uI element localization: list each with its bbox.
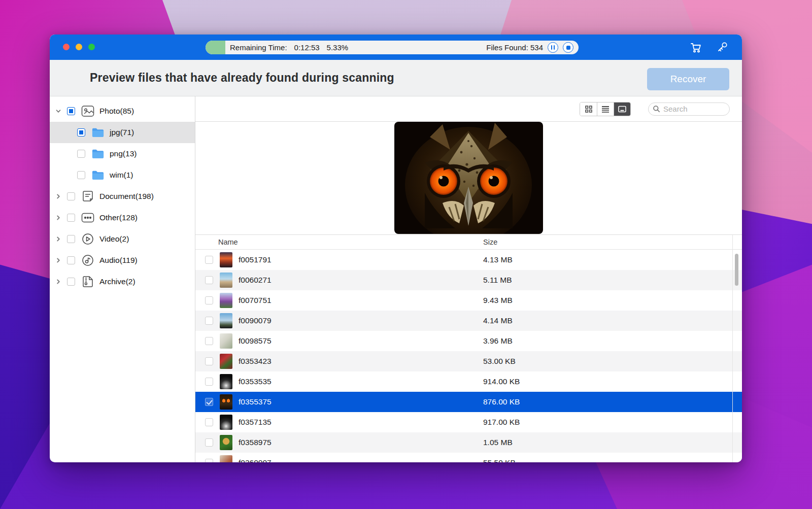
row-checkbox[interactable]	[205, 418, 213, 426]
tree-checkbox[interactable]	[67, 107, 75, 115]
tree-checkbox[interactable]	[67, 192, 75, 200]
file-size: 55.50 KB	[483, 458, 516, 462]
file-type-tree: Photo(85)jpg(71)png(13)wim(1)Document(19…	[50, 96, 195, 462]
preview-view-button[interactable]	[614, 103, 630, 116]
table-row[interactable]: f00900794.14 MB	[195, 311, 742, 331]
table-row[interactable]: f00707519.43 MB	[195, 290, 742, 311]
file-name: f0353535	[239, 377, 272, 386]
column-header-size[interactable]: Size	[483, 238, 497, 246]
file-name: f0098575	[239, 336, 272, 346]
row-checkbox[interactable]	[205, 317, 213, 325]
row-checkbox[interactable]	[205, 438, 213, 447]
sidebar-item-label: Other(128)	[99, 213, 138, 222]
table-row[interactable]: f00602715.11 MB	[195, 270, 742, 290]
tree-checkbox[interactable]	[77, 128, 85, 137]
file-size: 4.14 MB	[483, 316, 513, 325]
folder-icon	[91, 148, 105, 159]
tree-checkbox[interactable]	[67, 256, 75, 264]
sidebar-item-label: wim(1)	[110, 171, 133, 180]
key-icon[interactable]	[716, 41, 729, 54]
search-field[interactable]	[648, 103, 730, 116]
row-checkbox[interactable]	[205, 337, 213, 345]
minimize-window-button[interactable]	[76, 44, 82, 50]
plant-photo-thumbnail	[220, 455, 232, 462]
remaining-time-label: Remaining Time:	[230, 43, 287, 52]
file-name: f0357135	[239, 418, 272, 427]
cart-icon[interactable]	[689, 41, 702, 54]
tree-checkbox[interactable]	[67, 278, 75, 286]
file-size: 9.43 MB	[483, 296, 513, 305]
row-checkbox[interactable]	[205, 398, 213, 406]
titlebar-actions	[689, 41, 729, 54]
selected-photo-preview	[394, 122, 543, 234]
table-row[interactable]: f0353535914.00 KB	[195, 371, 742, 392]
sidebar-item-png[interactable]: png(13)	[50, 143, 195, 164]
sidebar-item-jpg[interactable]: jpg(71)	[50, 122, 195, 143]
column-header-name[interactable]: Name	[218, 238, 238, 246]
chevron-right-icon[interactable]	[55, 193, 62, 200]
tree-checkbox[interactable]	[67, 235, 75, 243]
row-checkbox[interactable]	[205, 256, 213, 264]
scan-progress-bar: Remaining Time: 0:12:53 5.33% Files Foun…	[206, 41, 579, 54]
row-checkbox[interactable]	[205, 357, 213, 365]
list-view-button[interactable]	[597, 103, 614, 116]
file-name: f0051791	[239, 255, 272, 264]
row-checkbox[interactable]	[205, 276, 213, 284]
close-window-button[interactable]	[63, 44, 70, 50]
chevron-right-icon[interactable]	[55, 214, 62, 221]
main-pane: Name Size f00517914.13 MBf00602715.11 MB…	[195, 96, 742, 462]
titlebar: Remaining Time: 0:12:53 5.33% Files Foun…	[50, 35, 742, 60]
photo-icon	[81, 105, 94, 117]
remaining-time-value: 0:12:53	[294, 43, 320, 52]
table-row[interactable]: f00985753.96 MB	[195, 331, 742, 351]
scrollbar-thumb[interactable]	[735, 254, 738, 286]
file-name: f0360007	[239, 458, 272, 462]
audio-icon	[81, 254, 94, 266]
table-row[interactable]: f00517914.13 MB	[195, 250, 742, 270]
stop-scan-button[interactable]	[563, 42, 573, 53]
table-row[interactable]: f0357135917.00 KB	[195, 412, 742, 432]
progress-right-group: Files Found: 534	[486, 42, 579, 53]
zoom-window-button[interactable]	[88, 44, 95, 50]
tree-checkbox[interactable]	[67, 214, 75, 222]
row-checkbox[interactable]	[205, 378, 213, 386]
tree-photo-thumbnail	[220, 293, 232, 308]
folder-icon	[91, 169, 105, 181]
chevron-right-icon[interactable]	[55, 235, 62, 243]
recover-button[interactable]: Recover	[647, 68, 729, 90]
row-checkbox[interactable]	[205, 296, 213, 304]
sidebar-item-label: jpg(71)	[110, 128, 134, 137]
sidebar-item-label: Video(2)	[99, 234, 129, 244]
sidebar-item-archive[interactable]: Archive(2)	[50, 271, 195, 292]
blossom-photo-thumbnail	[220, 333, 232, 349]
preview-area	[195, 122, 742, 234]
table-row[interactable]: f0355375876.00 KB	[195, 392, 742, 412]
chevron-down-icon[interactable]	[55, 108, 62, 115]
sidebar-item-video[interactable]: Video(2)	[50, 228, 195, 250]
archive-icon	[81, 276, 94, 288]
table-row[interactable]: f035342353.00 KB	[195, 351, 742, 371]
page-header: Preview files that have already found du…	[50, 60, 742, 96]
file-name: f0060271	[239, 276, 272, 285]
sidebar-item-other[interactable]: Other(128)	[50, 207, 195, 228]
row-checkbox[interactable]	[205, 459, 213, 462]
berry-photo-thumbnail	[220, 354, 232, 369]
sidebar-item-document[interactable]: Document(198)	[50, 186, 195, 207]
chevron-right-icon[interactable]	[55, 257, 62, 264]
pause-scan-button[interactable]	[548, 42, 558, 53]
sidebar-item-label: Document(198)	[99, 192, 154, 201]
grid-view-button[interactable]	[580, 103, 597, 116]
sidebar-item-wim[interactable]: wim(1)	[50, 164, 195, 186]
tree-checkbox[interactable]	[77, 171, 85, 179]
table-row[interactable]: f036000755.50 KB	[195, 453, 742, 462]
file-size: 1.05 MB	[483, 438, 513, 447]
sidebar-item-audio[interactable]: Audio(119)	[50, 250, 195, 271]
table-row[interactable]: f03589751.05 MB	[195, 432, 742, 453]
folder-icon	[91, 127, 105, 138]
sidebar-item-photo[interactable]: Photo(85)	[50, 100, 195, 122]
file-list: f00517914.13 MBf00602715.11 MBf00707519.…	[195, 250, 742, 462]
tree-checkbox[interactable]	[77, 150, 85, 158]
chevron-right-icon[interactable]	[55, 278, 62, 285]
search-input[interactable]	[663, 105, 719, 113]
list-toolbar	[195, 96, 742, 122]
